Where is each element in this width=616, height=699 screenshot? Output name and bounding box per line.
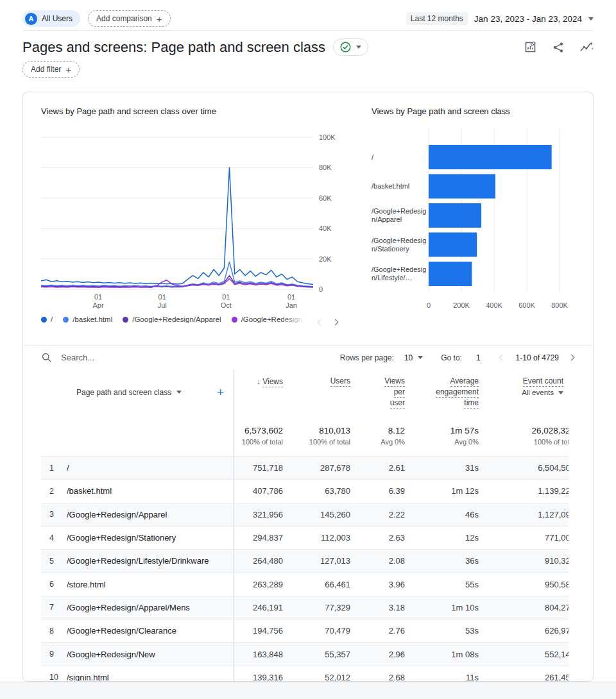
prev-page-icon[interactable] xyxy=(499,355,505,361)
goto-page-input[interactable]: 1 xyxy=(476,353,481,362)
svg-text:Jul: Jul xyxy=(158,301,167,309)
views-per-user-column-header[interactable]: Views per user xyxy=(352,376,406,408)
cell-aet: 53s xyxy=(406,626,480,636)
avg-engagement-column-header[interactable]: Average engagement time xyxy=(406,376,480,408)
cell-ec: 1,127,091 xyxy=(480,510,569,519)
audience-chip[interactable]: A All Users xyxy=(22,10,80,27)
search-wrap xyxy=(41,352,157,363)
svg-text:0: 0 xyxy=(319,285,323,293)
bar[interactable] xyxy=(429,233,477,257)
table-row[interactable]: 6/store.html263,28966,4613.9655s950,586 xyxy=(41,572,569,595)
bar[interactable] xyxy=(429,262,472,286)
legend-dot-icon xyxy=(232,317,237,323)
vpu-header-line: user xyxy=(390,398,405,408)
cell-users: 66,461 xyxy=(284,580,352,589)
cell-rank: 2 xyxy=(41,487,67,496)
cell-users: 287,678 xyxy=(284,463,352,473)
cell-vpu: 2.22 xyxy=(352,510,406,519)
event-count-column-header[interactable]: Event count All events xyxy=(480,376,569,408)
cell-aet: 12s xyxy=(406,533,480,543)
cell-rank: 4 xyxy=(41,534,67,543)
aet-header-line: engagement xyxy=(436,387,479,398)
cell-aet: 36s xyxy=(406,556,480,566)
totals-aet-cell: 1m 57s Avg 0% xyxy=(406,425,480,447)
cell-ec: 261,459 xyxy=(480,673,569,682)
bar-chart[interactable]: 0200K400K600K800K xyxy=(372,126,594,318)
cell-ec: 1,139,229 xyxy=(480,486,569,496)
event-count-header-label: Event count xyxy=(523,376,563,387)
line-chart[interactable]: 100K80K60K40K20K001Apr01Jul01Oct01Jan xyxy=(41,126,336,318)
cell-path: /Google+Redesign/New xyxy=(67,650,233,659)
date-range-picker[interactable]: Last 12 months Jan 23, 2023 - Jan 23, 20… xyxy=(406,12,594,25)
vpu-header-line: Views xyxy=(384,376,405,387)
table-row[interactable]: 2/basket.html407,78663,7806.391m 12s1,13… xyxy=(41,479,569,502)
totals-ec-value: 26,028,325 xyxy=(480,425,569,437)
share-button[interactable] xyxy=(551,40,565,55)
add-filter-button[interactable]: Add filter + xyxy=(22,61,80,78)
svg-text:0: 0 xyxy=(427,301,431,309)
totals-path-cell xyxy=(67,425,233,447)
cell-users: 52,012 xyxy=(284,673,352,682)
add-comparison-label: Add comparison xyxy=(96,14,152,23)
legend-item[interactable]: /Google+Redesign/Apparel xyxy=(123,316,221,323)
add-comparison-button[interactable]: Add comparison + xyxy=(88,10,170,27)
cell-vpu: 2.63 xyxy=(352,533,406,543)
legend-item[interactable]: / xyxy=(41,316,53,323)
totals-ec-cell: 26,028,325 100% of total xyxy=(480,425,569,447)
dimension-header-dropdown[interactable]: Page path and screen class + xyxy=(67,376,233,408)
legend-item[interactable]: /basket.html xyxy=(63,316,112,323)
cell-path: /Google+Redesign/Clearance xyxy=(67,626,233,636)
cell-rank: 1 xyxy=(41,464,67,473)
legend-dot-icon xyxy=(123,317,128,323)
legend-fade xyxy=(281,316,311,328)
chevron-down-icon xyxy=(418,356,423,359)
table-row[interactable]: 4/Google+Redesign/Stationery294,837112,0… xyxy=(41,526,569,549)
table-row[interactable]: 9/Google+Redesign/New163,84855,3572.961m… xyxy=(41,642,569,665)
table-row[interactable]: 8/Google+Redesign/Clearance194,75670,479… xyxy=(41,619,569,642)
legend-clip: //basket.html/Google+Redesign/Apparel/Go… xyxy=(41,316,311,328)
svg-text:01: 01 xyxy=(287,293,295,301)
views-column-header[interactable]: ↓Views xyxy=(233,376,284,408)
customize-report-icon xyxy=(524,40,537,54)
cell-rank: 6 xyxy=(41,580,67,589)
legend-prev-icon[interactable] xyxy=(318,319,324,325)
svg-text:01: 01 xyxy=(94,293,102,301)
totals-aet-value: 1m 57s xyxy=(406,425,479,437)
line-series xyxy=(41,167,313,284)
customize-report-button[interactable] xyxy=(523,40,537,55)
bar[interactable] xyxy=(429,203,481,228)
column-divider xyxy=(233,369,234,682)
table-row[interactable]: 7/Google+Redesign/Apparel/Mens246,19177,… xyxy=(41,596,569,619)
table-row[interactable]: 1/751,718287,6782.6131s6,504,501 xyxy=(41,456,569,479)
insights-button[interactable] xyxy=(579,40,594,55)
svg-text:Apr: Apr xyxy=(92,301,103,309)
bar[interactable] xyxy=(429,145,552,169)
cell-vpu: 6.39 xyxy=(352,486,406,496)
bar[interactable] xyxy=(429,174,495,199)
cell-path: /store.html xyxy=(67,580,233,589)
cell-vpu: 2.96 xyxy=(352,650,406,659)
cell-views: 264,480 xyxy=(233,556,284,566)
cell-ec: 552,146 xyxy=(480,650,569,659)
cell-users: 70,479 xyxy=(284,626,352,636)
add-dimension-button[interactable]: + xyxy=(217,386,224,398)
bar-chart-title: Views by Page path and screen class xyxy=(372,106,510,116)
cell-ec: 804,273 xyxy=(480,603,569,612)
search-input[interactable] xyxy=(61,353,157,362)
totals-vpu-cell: 8.12 Avg 0% xyxy=(352,425,406,447)
event-filter-dropdown[interactable]: All events xyxy=(480,389,569,396)
report-status-dropdown[interactable] xyxy=(333,38,368,56)
users-column-header[interactable]: Users xyxy=(284,376,352,408)
cell-users: 55,357 xyxy=(284,650,352,659)
rows-per-page-select[interactable]: 10 xyxy=(404,353,423,362)
audience-avatar: A xyxy=(25,13,37,25)
table-row[interactable]: 3/Google+Redesign/Apparel321,956145,2602… xyxy=(41,503,569,526)
cell-ec: 6,504,501 xyxy=(480,463,569,473)
legend-next-icon[interactable] xyxy=(332,319,339,325)
next-page-icon[interactable] xyxy=(569,355,575,361)
search-icon xyxy=(41,352,52,363)
chevron-down-icon xyxy=(558,391,563,394)
table-row[interactable]: 5/Google+Redesign/Lifestyle/Drinkware264… xyxy=(41,549,569,572)
table-row[interactable]: 10/signin.html139,31652,0122.6811s261,45… xyxy=(41,666,569,682)
pagination-controls: Rows per page: 10 Go to: 1 1-10 of 4729 xyxy=(340,353,574,362)
